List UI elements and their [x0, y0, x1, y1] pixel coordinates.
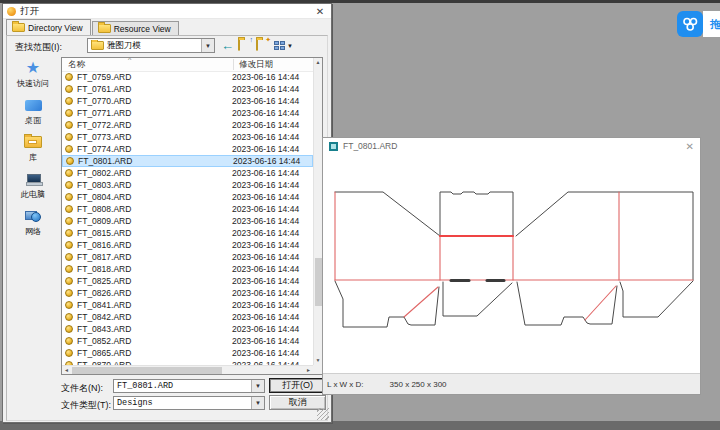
- place-label: 桌面: [25, 115, 41, 126]
- file-name: FT_0825.ARD: [77, 276, 232, 286]
- place-label: 此电脑: [21, 189, 45, 200]
- file-row[interactable]: FT_0815.ARD2023-06-16 14:44: [62, 227, 313, 239]
- ard-file-icon: [65, 109, 73, 117]
- file-row[interactable]: FT_0816.ARD2023-06-16 14:44: [62, 239, 313, 251]
- file-row[interactable]: FT_0801.ARD2023-06-16 14:44: [62, 155, 313, 167]
- cluster-icon: [677, 11, 703, 37]
- new-folder-icon[interactable]: ✦: [256, 40, 270, 51]
- look-in-combobox[interactable]: 雅图刀模 ▼: [87, 38, 215, 53]
- scroll-up-icon[interactable]: ▲: [314, 58, 322, 67]
- column-name[interactable]: 名称: [68, 59, 85, 71]
- ard-file-icon: [65, 97, 73, 105]
- file-row[interactable]: FT_0770.ARD2023-06-16 14:44: [62, 95, 313, 107]
- up-folder-icon[interactable]: ↑: [238, 40, 252, 51]
- dialog-titlebar[interactable]: 打开 ✕: [3, 4, 331, 19]
- file-row[interactable]: FT_0761.ARD2023-06-16 14:44: [62, 83, 313, 95]
- ard-file-icon: [65, 325, 73, 333]
- close-icon[interactable]: ✕: [313, 6, 327, 17]
- vertical-scrollbar[interactable]: ▲ ▼: [313, 58, 322, 365]
- open-button[interactable]: 打开(O): [269, 378, 326, 393]
- view-menu-icon[interactable]: ▼: [274, 41, 293, 51]
- scroll-right-icon[interactable]: ►: [304, 366, 313, 374]
- file-date: 2023-06-16 14:44: [232, 132, 299, 142]
- scroll-left-icon[interactable]: ◄: [62, 366, 71, 374]
- chevron-down-icon[interactable]: ▼: [251, 380, 264, 392]
- file-row[interactable]: FT_0865.ARD2023-06-16 14:44: [62, 347, 313, 359]
- preview-titlebar[interactable]: FT_0801.ARD ✕: [323, 138, 700, 154]
- file-date: 2023-06-16 14:44: [233, 156, 300, 166]
- file-name: FT_0774.ARD: [77, 144, 232, 154]
- file-name: FT_0761.ARD: [77, 84, 232, 94]
- place-item-library[interactable]: 库: [7, 133, 59, 163]
- document-icon: [329, 142, 338, 151]
- file-row[interactable]: FT_0826.ARD2023-06-16 14:44: [62, 287, 313, 299]
- close-icon[interactable]: ✕: [686, 141, 694, 152]
- ard-file-icon: [65, 277, 73, 285]
- place-item-network[interactable]: 网络: [7, 207, 59, 237]
- preview-window: FT_0801.ARD ✕: [322, 137, 701, 395]
- file-name-combobox[interactable]: FT_0801.ARD ▼: [113, 379, 265, 393]
- file-row[interactable]: FT_0808.ARD2023-06-16 14:44: [62, 203, 313, 215]
- file-name: FT_0808.ARD: [77, 204, 232, 214]
- file-row[interactable]: FT_0803.ARD2023-06-16 14:44: [62, 179, 313, 191]
- ard-file-icon: [65, 85, 73, 93]
- file-row[interactable]: FT_0773.ARD2023-06-16 14:44: [62, 131, 313, 143]
- file-date: 2023-06-16 14:44: [232, 168, 299, 178]
- place-item-star[interactable]: ★快速访问: [7, 59, 59, 89]
- file-row[interactable]: FT_0759.ARD2023-06-16 14:44: [62, 71, 313, 83]
- place-label: 库: [29, 152, 37, 163]
- file-row[interactable]: FT_0802.ARD2023-06-16 14:44: [62, 167, 313, 179]
- open-dialog: 打开 ✕ Directory View Resource View 查找范围(I…: [2, 3, 332, 423]
- list-header[interactable]: 名称 ^ 修改日期: [62, 58, 313, 72]
- file-row[interactable]: FT_0842.ARD2023-06-16 14:44: [62, 311, 313, 323]
- file-row[interactable]: FT_0825.ARD2023-06-16 14:44: [62, 275, 313, 287]
- place-label: 快速访问: [17, 78, 49, 89]
- file-name: FT_0773.ARD: [77, 132, 232, 142]
- horizontal-scroll-thumb[interactable]: [72, 367, 222, 374]
- back-icon[interactable]: ←: [221, 39, 234, 52]
- dialog-toolbar: ← ↑ ✦ ▼: [221, 38, 293, 53]
- tab-label: Resource View: [114, 24, 171, 34]
- file-date: 2023-06-16 14:44: [232, 324, 299, 334]
- file-row[interactable]: FT_0774.ARD2023-06-16 14:44: [62, 143, 313, 155]
- file-name: FT_0852.ARD: [77, 336, 232, 346]
- ard-file-icon: [65, 265, 73, 273]
- file-row[interactable]: FT_0818.ARD2023-06-16 14:44: [62, 263, 313, 275]
- file-row[interactable]: FT_0852.ARD2023-06-16 14:44: [62, 335, 313, 347]
- ard-file-icon: [65, 289, 73, 297]
- file-row[interactable]: FT_0772.ARD2023-06-16 14:44: [62, 119, 313, 131]
- look-in-label: 查找范围(I):: [15, 41, 62, 54]
- file-date: 2023-06-16 14:44: [232, 108, 299, 118]
- drag-chip[interactable]: 拖拽至: [677, 11, 720, 37]
- app-icon: [7, 7, 16, 16]
- file-type-combobox[interactable]: Designs ▼: [113, 396, 265, 410]
- file-row[interactable]: FT_0771.ARD2023-06-16 14:44: [62, 107, 313, 119]
- file-list: 名称 ^ 修改日期 FT_0759.ARD2023-06-16 14:44FT_…: [61, 57, 323, 375]
- file-name-value[interactable]: FT_0801.ARD: [114, 381, 251, 391]
- resize-grip[interactable]: [317, 408, 329, 420]
- file-date: 2023-06-16 14:44: [232, 312, 299, 322]
- file-row[interactable]: FT_0843.ARD2023-06-16 14:44: [62, 323, 313, 335]
- file-row[interactable]: FT_0841.ARD2023-06-16 14:44: [62, 299, 313, 311]
- scroll-down-icon[interactable]: ▼: [314, 356, 322, 365]
- places-bar: ★快速访问桌面库此电脑网络: [7, 59, 59, 237]
- file-row[interactable]: FT_0817.ARD2023-06-16 14:44: [62, 251, 313, 263]
- place-item-desktop[interactable]: 桌面: [7, 96, 59, 126]
- tab-directory-view[interactable]: Directory View: [6, 19, 91, 35]
- file-date: 2023-06-16 14:44: [232, 264, 299, 274]
- file-date: 2023-06-16 14:44: [232, 216, 299, 226]
- vertical-scroll-thumb[interactable]: [315, 258, 322, 306]
- file-name: FT_0804.ARD: [77, 192, 232, 202]
- ard-file-icon: [65, 337, 73, 345]
- place-item-pc[interactable]: 此电脑: [7, 170, 59, 200]
- file-date: 2023-06-16 14:44: [232, 84, 299, 94]
- column-separator[interactable]: [233, 59, 234, 70]
- file-row[interactable]: FT_0809.ARD2023-06-16 14:44: [62, 215, 313, 227]
- column-date[interactable]: 修改日期: [239, 59, 273, 71]
- file-type-value[interactable]: Designs: [114, 398, 251, 408]
- file-row[interactable]: FT_0804.ARD2023-06-16 14:44: [62, 191, 313, 203]
- chevron-down-icon[interactable]: ▼: [201, 39, 214, 52]
- horizontal-scrollbar[interactable]: ◄ ►: [62, 365, 313, 374]
- tab-resource-view[interactable]: Resource View: [92, 21, 179, 35]
- chevron-down-icon[interactable]: ▼: [251, 397, 264, 409]
